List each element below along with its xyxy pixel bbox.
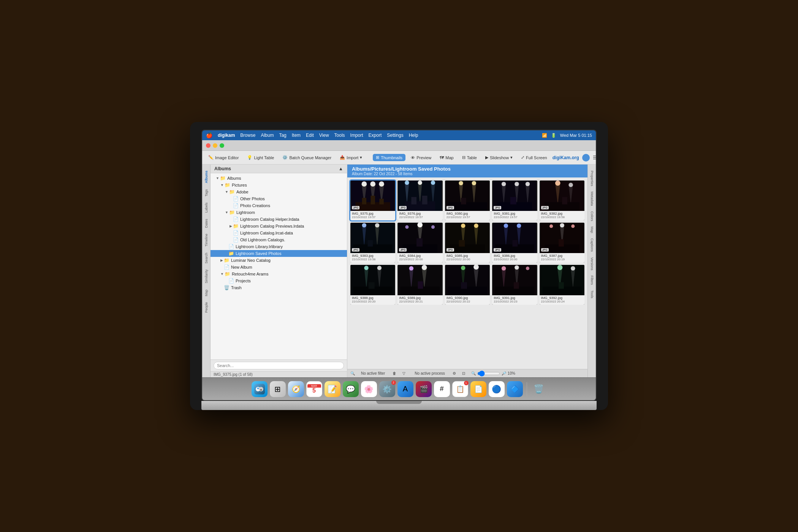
photo-thumb-7[interactable]: JPG IMG_9385.jpg 22/10/2022 20:00: [445, 223, 490, 263]
photo-thumb-3[interactable]: JPG IMG_9381.jpg 22/10/2022 19:57: [492, 180, 537, 220]
filter-clear-btn[interactable]: 🗑: [393, 371, 396, 375]
apple-menu[interactable]: 🍎: [206, 132, 212, 138]
zoom-out-icon[interactable]: 🔎: [502, 371, 506, 375]
fullscreen-button[interactable]: ⤢ Full Screen: [518, 154, 550, 161]
photo-thumb-4[interactable]: JPG IMG_9382.jpg 22/10/2022 19:58: [540, 180, 584, 220]
photo-thumb-11[interactable]: IMG_9389.jpg 22/10/2022 20:21: [397, 265, 442, 305]
right-tab-properties[interactable]: Properties: [589, 168, 595, 188]
dock-pages[interactable]: 📄: [470, 381, 486, 397]
dock-proxyman[interactable]: 🔷: [507, 381, 523, 397]
sidebar-tab-map[interactable]: Map: [203, 287, 209, 299]
sidebar-tab-people[interactable]: People: [203, 300, 209, 315]
menu-tag[interactable]: Tag: [279, 133, 286, 138]
dock-slack[interactable]: #: [434, 381, 450, 397]
menu-help[interactable]: Help: [409, 133, 418, 138]
sidebar-tab-search[interactable]: Search: [203, 250, 209, 266]
zoom-in-icon[interactable]: 🔍: [471, 371, 476, 375]
right-tab-captions[interactable]: Captions: [589, 236, 595, 254]
tree-item-retouch[interactable]: ▼ 📁 Retouch4me Arams: [211, 271, 347, 277]
photo-thumb-1[interactable]: JPG IMG_9376.jpg 22/10/2022 19:57: [397, 180, 442, 220]
tree-item-other-photos[interactable]: ▶ 📄 Other Photos: [211, 195, 347, 202]
table-button[interactable]: ⊟ Table: [459, 154, 480, 161]
tree-item-lr-old[interactable]: ▶ 📄 Old Lightroom Catalogs.: [211, 236, 347, 243]
light-table-button[interactable]: 💡 Light Table: [244, 154, 277, 161]
process-settings-icon[interactable]: ⚙: [453, 371, 456, 375]
dock-finder[interactable]: [252, 381, 268, 397]
photo-thumb-0[interactable]: JPG IMG_9375.jpg 22/10/2022 19:57: [350, 180, 395, 220]
dock-trash[interactable]: 🗑️: [531, 381, 547, 397]
maximize-button[interactable]: [220, 143, 224, 148]
menu-settings[interactable]: Settings: [387, 133, 403, 138]
sidebar-tab-timeline[interactable]: Timeline: [203, 231, 209, 249]
menu-export[interactable]: Export: [369, 133, 382, 138]
right-tab-filters[interactable]: Filters: [589, 273, 595, 287]
right-tab-map[interactable]: Map: [589, 224, 595, 236]
menu-item[interactable]: Item: [292, 133, 301, 138]
sidebar-tab-dates[interactable]: Dates: [203, 217, 209, 230]
tree-item-lr-saved[interactable]: ▶ 📁 Lightroom Saved Photos: [211, 250, 347, 257]
right-tab-tools[interactable]: Tools: [589, 288, 595, 301]
map-button[interactable]: 🗺 Map: [437, 154, 456, 161]
right-tab-versions[interactable]: Versions: [589, 255, 595, 273]
tree-item-lr-cat-data[interactable]: ▶ 📄 Lightroom Catalog.lrcat-data: [211, 230, 347, 236]
tree-item-projects[interactable]: ▶ 📄 Projects: [211, 277, 347, 284]
photo-thumb-12[interactable]: IMG_9390.jpg 22/10/2022 20:22: [445, 265, 490, 305]
dock-davinci[interactable]: 🎬: [416, 381, 432, 397]
right-tab-colors[interactable]: Colors: [589, 209, 595, 223]
photo-thumb-5[interactable]: JPG IMG_9383.jpg 22/10/2022 19:58: [350, 223, 395, 263]
dock-messages[interactable]: 💬: [343, 381, 359, 397]
tree-item-new-album[interactable]: ▶ 📄 New Album: [211, 264, 347, 271]
dock-safari[interactable]: 🧭: [288, 381, 304, 397]
dock-reminders[interactable]: 📋 1: [452, 381, 468, 397]
tree-item-albums[interactable]: ▼ 📁 Albums: [211, 175, 347, 182]
filter-funnel-icon[interactable]: ▽: [402, 371, 405, 375]
photo-thumb-14[interactable]: IMG_9392.jpg 22/10/2022 20:24: [540, 265, 584, 305]
dock-appstore[interactable]: A: [397, 381, 413, 397]
tree-item-lr-helper[interactable]: ▶ 📄 Lightroom Catalog Helper.lrdata: [211, 216, 347, 223]
slideshow-button[interactable]: ▶ Slideshow ▾: [482, 154, 516, 161]
tree-item-lightroom[interactable]: ▼ 📁 Lightroom: [211, 209, 347, 216]
batch-queue-button[interactable]: ⚙️ Batch Queue Manager: [279, 154, 334, 161]
sidebar-tab-tags[interactable]: Tags: [203, 187, 209, 199]
app-name[interactable]: digikam: [218, 133, 235, 138]
import-button[interactable]: 📥 Import ▾: [337, 154, 365, 161]
crop-icon[interactable]: ⊡: [462, 371, 465, 375]
tree-item-photo-creations[interactable]: ▶ 📄 Photo Creations: [211, 202, 347, 209]
tree-item-trash[interactable]: ▶ 🗑️ Trash: [211, 284, 347, 291]
sidebar-tab-similarity[interactable]: Similarity: [203, 267, 209, 286]
menu-edit[interactable]: Edit: [306, 133, 314, 138]
sidebar-tab-labels[interactable]: Labels: [203, 200, 209, 215]
photo-thumb-10[interactable]: IMG_9388.jpg 22/10/2022 20:20: [350, 265, 395, 305]
tree-item-adobe[interactable]: ▼ 📁 Adobe: [211, 188, 347, 195]
panel-collapse-icon[interactable]: ▲: [339, 166, 343, 171]
photo-thumb-2[interactable]: JPG IMG_9380.jpg 22/10/2022 19:57: [445, 180, 490, 220]
menu-album[interactable]: Album: [261, 133, 274, 138]
photo-thumb-8[interactable]: JPG IMG_9386.jpg 22/10/2022 20:00: [492, 223, 537, 263]
dock-calendar[interactable]: MAR 5: [306, 381, 322, 397]
right-tab-metadata[interactable]: Metadata: [589, 189, 595, 208]
user-avatar[interactable]: [582, 154, 590, 162]
menu-view[interactable]: View: [319, 133, 329, 138]
dock-syspref[interactable]: ⚙️ 2: [379, 381, 395, 397]
minimize-button[interactable]: [213, 143, 217, 148]
photo-thumb-6[interactable]: JPG IMG_9384.jpg 22/10/2022 20:00: [397, 223, 442, 263]
search-input[interactable]: [214, 362, 344, 369]
dock-notes[interactable]: 📝: [325, 381, 340, 397]
tree-item-luminar[interactable]: ▶ 📁 Luminar Neo Catalog: [211, 257, 347, 264]
tree-item-lr-library[interactable]: ▶ 📄 Lightroom Library.lrlibrary: [211, 243, 347, 250]
photo-thumb-13[interactable]: IMG_9391.jpg 22/10/2022 20:23: [492, 265, 537, 305]
photo-thumb-9[interactable]: JPG IMG_9387.jpg 22/10/2022 20:19: [540, 223, 584, 263]
thumbnails-button[interactable]: ⊞ Thumbnails: [373, 154, 405, 161]
image-editor-button[interactable]: ✏️ Image Editor: [205, 154, 242, 161]
preview-button[interactable]: 👁 Preview: [408, 154, 434, 161]
zoom-slider[interactable]: [477, 370, 500, 377]
menu-tools[interactable]: Tools: [334, 133, 345, 138]
dock-launchpad[interactable]: ⊞: [270, 381, 286, 397]
menu-icon[interactable]: ☰: [593, 155, 597, 160]
dock-photos[interactable]: 🌸: [361, 381, 377, 397]
tree-item-pictures[interactable]: ▼ 📁 Pictures: [211, 182, 347, 188]
dock-chrome[interactable]: 🔵: [489, 381, 505, 397]
menu-import[interactable]: Import: [350, 133, 363, 138]
sidebar-tab-albums[interactable]: Albums: [203, 168, 209, 185]
tree-item-lr-previews[interactable]: ▶ 📁 Lightroom Catalog Previews.lrdata: [211, 223, 347, 230]
